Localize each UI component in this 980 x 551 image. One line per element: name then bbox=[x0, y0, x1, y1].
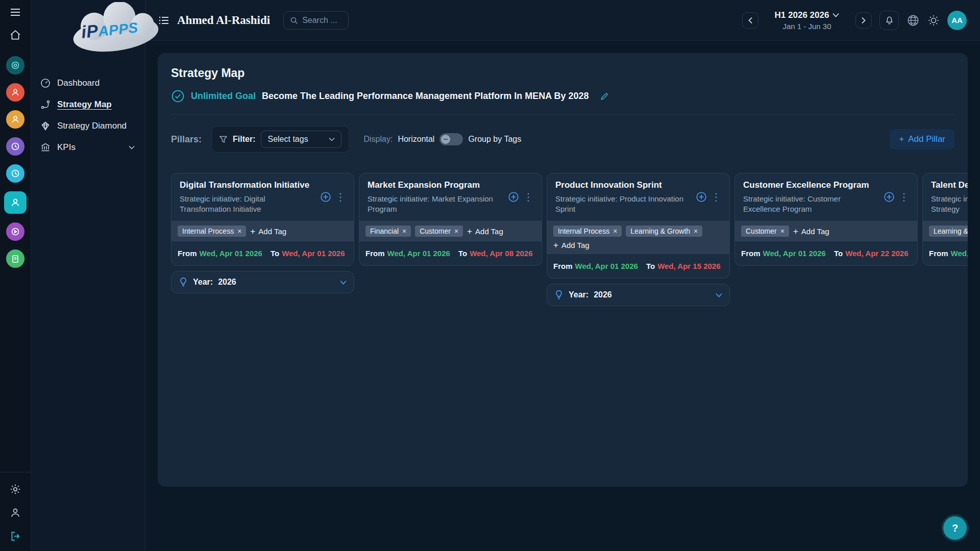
dashboard-gauge-icon bbox=[40, 78, 51, 88]
profile-person-icon[interactable] bbox=[10, 507, 21, 518]
chevron-down-icon bbox=[716, 293, 722, 297]
tag-pill: Internal Process× bbox=[553, 226, 622, 237]
chevron-down-icon bbox=[832, 13, 839, 17]
goal-text: Become The Leading Performance Managemen… bbox=[262, 91, 589, 102]
app-time-icon[interactable] bbox=[6, 137, 24, 156]
sidebar-item-strategy-map[interactable]: Strategy Map bbox=[31, 94, 145, 115]
strategy-map-icon bbox=[40, 99, 51, 110]
remove-tag-icon[interactable]: × bbox=[780, 228, 785, 235]
from-date: Wed, Apr 01 2026 bbox=[575, 262, 638, 270]
add-tag-button[interactable]: +Add Tag bbox=[793, 227, 829, 236]
tag-pill: Customer× bbox=[415, 226, 463, 237]
kebab-menu-icon[interactable]: ⋮ bbox=[899, 192, 909, 202]
app-performance-icon-active[interactable] bbox=[4, 191, 27, 214]
pillar-card-column: Digital Transformation Initiative Strate… bbox=[171, 173, 354, 293]
group-by-tags-toggle[interactable] bbox=[439, 133, 463, 145]
tag-pill: Learning & bbox=[929, 226, 968, 237]
toggle-knob bbox=[441, 135, 450, 144]
user-avatar[interactable]: AA bbox=[947, 11, 967, 30]
pillar-subtitle: Strategic initiative: Digital Transforma… bbox=[180, 194, 316, 214]
plus-icon: + bbox=[250, 227, 255, 236]
sidebar-item-dashboard[interactable]: Dashboard bbox=[31, 72, 145, 94]
pillars-toolbar: Pillars: Filter: Select tags Display: Ho… bbox=[171, 126, 954, 153]
pillar-dates: From Wed, Apr 01 2026 To Wed, Apr 22 202… bbox=[735, 241, 917, 265]
plus-icon: + bbox=[793, 227, 798, 236]
remove-tag-icon[interactable]: × bbox=[237, 228, 241, 235]
funnel-filter-icon bbox=[219, 136, 227, 143]
tag-pill: Internal Process× bbox=[178, 226, 246, 237]
search-box[interactable] bbox=[283, 11, 349, 30]
tag-filter-select[interactable]: Select tags bbox=[261, 131, 341, 148]
add-objective-icon[interactable] bbox=[696, 191, 707, 203]
unlimited-goal-row: Unlimited Goal Become The Leading Perfor… bbox=[171, 89, 954, 103]
app-target-icon[interactable] bbox=[6, 56, 24, 74]
from-date: Wed, Apr 01 2026 bbox=[763, 249, 826, 258]
notifications-bell-icon[interactable] bbox=[879, 11, 899, 30]
pillar-subtitle: Strategic initiative: Customer Excellenc… bbox=[743, 194, 879, 214]
logout-icon[interactable] bbox=[10, 531, 21, 542]
period-selector[interactable]: H1 2026 2026 Jan 1 - Jun 30 bbox=[766, 10, 848, 31]
sidebar-item-strategy-diamond[interactable]: Strategy Diamond bbox=[31, 115, 145, 137]
home-icon[interactable] bbox=[10, 30, 21, 41]
period-range: Jan 1 - Jun 30 bbox=[766, 22, 848, 31]
add-pillar-button[interactable]: + Add Pillar bbox=[890, 129, 954, 149]
pillars-label: Pillars: bbox=[171, 134, 202, 145]
pillar-cards-row: Digital Transformation Initiative Strate… bbox=[171, 173, 968, 306]
tag-strip: Financial× Customer× +Add Tag bbox=[359, 221, 542, 241]
plus-icon: + bbox=[553, 241, 558, 249]
settings-gear-icon[interactable] bbox=[10, 484, 21, 495]
sidebar-item-kpis[interactable]: KPIs bbox=[31, 137, 145, 158]
app-schedule-icon[interactable] bbox=[6, 164, 24, 183]
remove-tag-icon[interactable]: × bbox=[613, 228, 617, 235]
year-selector[interactable]: Year: 2026 bbox=[171, 271, 354, 293]
goal-label: Unlimited Goal bbox=[191, 91, 256, 102]
pillar-dates: From Wed, Apr 01 2026 To Wed, Apr 08 202… bbox=[359, 241, 542, 265]
app-rewards-icon[interactable] bbox=[6, 110, 24, 129]
add-objective-icon[interactable] bbox=[884, 191, 895, 203]
tag-pill: Customer× bbox=[741, 226, 789, 237]
add-objective-icon[interactable] bbox=[320, 191, 331, 203]
tag-pill: Learning & Growth× bbox=[626, 226, 702, 237]
add-objective-icon[interactable] bbox=[508, 191, 519, 203]
theme-sun-icon[interactable] bbox=[927, 14, 940, 27]
add-tag-button[interactable]: +Add Tag bbox=[553, 241, 590, 249]
from-date: Wed, Apr 01 2026 bbox=[200, 249, 262, 258]
edit-pencil-icon[interactable] bbox=[600, 92, 609, 101]
remove-tag-icon[interactable]: × bbox=[694, 228, 698, 235]
add-tag-button[interactable]: +Add Tag bbox=[467, 227, 503, 236]
pillar-dates: From Wed, bbox=[923, 241, 968, 265]
to-date: Wed, Apr 08 2026 bbox=[470, 249, 532, 258]
add-tag-button[interactable]: +Add Tag bbox=[250, 227, 286, 236]
from-date: Wed, bbox=[951, 249, 968, 258]
strategy-map-panel: Strategy Map Unlimited Goal Become The L… bbox=[158, 53, 968, 487]
year-selector[interactable]: Year: 2026 bbox=[547, 284, 730, 306]
period-title: H1 2026 2026 bbox=[775, 10, 829, 20]
search-input[interactable] bbox=[302, 16, 343, 25]
filter-group: Filter: Select tags bbox=[212, 126, 349, 153]
app-people-icon[interactable] bbox=[6, 83, 24, 102]
bulb-icon bbox=[554, 290, 564, 300]
hamburger-menu-icon[interactable] bbox=[10, 8, 20, 16]
bulb-icon bbox=[179, 277, 188, 287]
kebab-menu-icon[interactable]: ⋮ bbox=[711, 192, 721, 202]
app-media-icon[interactable] bbox=[6, 222, 24, 241]
remove-tag-icon[interactable]: × bbox=[454, 228, 458, 235]
filter-label: Filter: bbox=[233, 135, 255, 144]
help-button[interactable]: ? bbox=[943, 516, 967, 540]
search-icon bbox=[290, 16, 298, 24]
remove-tag-icon[interactable]: × bbox=[402, 228, 406, 235]
period-prev-button[interactable] bbox=[742, 12, 758, 29]
diamond-icon bbox=[40, 121, 51, 131]
period-next-button[interactable] bbox=[855, 12, 872, 29]
year-value: 2026 bbox=[218, 278, 236, 287]
rail-bottom-group bbox=[0, 472, 31, 542]
language-globe-icon[interactable] bbox=[906, 14, 920, 27]
app-docs-icon[interactable] bbox=[6, 249, 24, 268]
pillar-card: Market Expansion Program Strategic initi… bbox=[359, 173, 542, 266]
from-date: Wed, Apr 01 2026 bbox=[387, 249, 450, 258]
year-value: 2026 bbox=[594, 290, 612, 299]
kebab-menu-icon[interactable]: ⋮ bbox=[523, 192, 533, 202]
pillar-dates: From Wed, Apr 01 2026 To Wed, Apr 15 202… bbox=[547, 254, 729, 278]
kebab-menu-icon[interactable]: ⋮ bbox=[335, 192, 346, 202]
pillar-title: Market Expansion Program bbox=[368, 180, 504, 190]
